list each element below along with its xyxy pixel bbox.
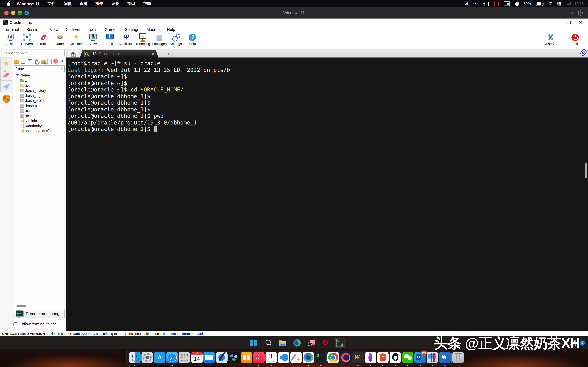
file-row[interactable]: .ssh [13,83,66,88]
mac-active-app-name[interactable]: Windows 11 [17,1,40,6]
pause-record-icon[interactable] [494,1,499,6]
taskbar-mobaxterm-button[interactable] [335,338,346,348]
taskbar-clock[interactable]: 10:15 2022-07-14 [559,339,576,347]
toolbar-tunneling-button[interactable]: Tunneling [134,33,151,46]
toolbar-packages-button[interactable]: Packages [151,33,167,46]
horizontal-scrollbar-thumb[interactable] [17,305,26,307]
sidebar-tools-button[interactable] [0,69,12,81]
control-center-icon[interactable] [557,2,561,6]
file-row[interactable]: .bash_profile [13,98,66,103]
battery-icon[interactable] [536,2,543,6]
vm-gear-icon[interactable] [578,10,583,16]
language-indicator[interactable]: ENG [533,341,540,345]
mac-menu-item[interactable]: 编辑 [64,1,71,6]
notification-badge[interactable]: 4 [580,340,585,345]
taskbar-g-app-button[interactable] [321,338,331,348]
terminal-scrollbar-thumb[interactable] [585,163,587,178]
window-maximize-button[interactable]: ❐ [567,20,571,25]
taskbar-start-button[interactable] [249,338,259,348]
menu-settings[interactable]: Settings [125,27,139,32]
dock-app-store-button[interactable] [154,352,165,366]
toolbar-help-button[interactable]: Help [184,33,201,46]
new-file-icon[interactable] [48,59,52,64]
toolbar-session-button[interactable]: Session [2,33,19,46]
file-row[interactable]: .cshrc [13,108,66,113]
apple-logo-icon[interactable] [7,1,11,6]
toolbar-sessions-button[interactable]: Sessions [68,33,85,46]
delete-icon[interactable] [53,59,59,64]
file-row[interactable]: .viminfo [13,118,66,123]
file-row[interactable]: anaconda-ks.cfg [13,128,66,133]
file-row[interactable]: .bashrc [13,103,66,108]
dock-finder-button[interactable] [129,352,141,366]
file-row[interactable]: .bash_logout [13,93,66,98]
toolbar-games-button[interactable]: Games [52,33,68,46]
tab-oracle-linux[interactable]: 18. Oracle Linux × [80,50,158,58]
window-close-button[interactable]: ✕ [579,20,582,25]
taskbar-database-tool-button[interactable] [306,338,317,348]
menu-sessions[interactable]: Sessions [26,27,43,32]
upload-icon[interactable] [27,59,33,64]
menu-terminal[interactable]: Terminal [4,27,19,32]
mac-menu-item[interactable]: 查看 [79,1,87,6]
toolbar-view-button[interactable]: View [85,33,101,46]
file-row[interactable]: .Xauthority [13,123,66,128]
dock-launchpad-button[interactable] [179,352,190,366]
window-minimize-button[interactable]: — [555,20,559,25]
dock-parallels-button[interactable] [427,352,438,366]
audio-toggle-icon[interactable] [473,2,478,6]
tree-collapse-icon[interactable] [16,74,19,76]
dock-books-button[interactable] [241,352,252,366]
dock-brave-button[interactable] [377,352,389,366]
dock-trash-button[interactable] [452,352,464,366]
remote-monitoring-button[interactable]: Remote monitoring [12,309,65,318]
coffee-cup-icon[interactable] [515,2,519,6]
dock-edge-button[interactable] [303,352,314,366]
menu-help[interactable]: Help [167,27,175,32]
toolbar-settings-button[interactable]: Settings [167,33,184,46]
terminal[interactable]: [root@oracle ~]# su - oracleLast login: … [66,58,588,331]
follow-terminal-checkbox[interactable] [13,322,17,326]
file-row[interactable]: .. [13,78,66,83]
dock-calendar-button[interactable]: 7月14 [191,352,203,366]
menu-games[interactable]: Games [104,27,117,32]
dock-terminal-button[interactable] [315,352,327,366]
menubar-clock[interactable]: 周四 10:15 [566,1,584,6]
dock-mail-button[interactable] [203,352,215,366]
chevron-down-icon[interactable]: ▼ [571,11,574,15]
menu-tools[interactable]: Tools [88,27,97,32]
dock-qq-button[interactable] [389,352,401,366]
mac-menu-item[interactable]: 文件 [48,1,56,6]
dock-developer-button[interactable] [228,352,240,366]
path-dropdown[interactable]: /root/ ▼ [14,66,65,72]
mac-menu-item[interactable]: 帮助 [143,1,151,6]
rename-icon[interactable] [60,59,64,64]
tab-home[interactable] [67,50,80,58]
volume-icon[interactable] [544,341,546,344]
quick-connect-input[interactable] [1,50,65,56]
file-row[interactable]: .bash_history [13,88,66,93]
tree-header[interactable]: Name [13,73,66,78]
file-row[interactable]: .tcshrc [13,113,66,118]
dock-word-button[interactable] [439,352,451,366]
dock-feather-button[interactable] [365,352,376,366]
dock-firefox-button[interactable] [340,352,351,366]
toolbar-multiexec-button[interactable]: MultiExec [118,33,134,46]
download-icon[interactable] [21,59,26,64]
toolbar-x-server-button[interactable]: X server [543,33,560,46]
sidebar-sessions-button[interactable]: ★ [0,58,12,69]
dock-xcode-button[interactable] [216,352,227,366]
sidebar-macros-button[interactable] [0,81,12,92]
battery-plug-icon[interactable] [550,341,555,344]
menu-view[interactable]: View [50,27,59,32]
menu-x-server[interactable]: X server [66,27,81,32]
tab-close-icon[interactable]: × [146,51,154,56]
mac-menu-item[interactable]: 窗口 [127,1,135,6]
taskbar-search-button[interactable] [263,338,274,348]
dock-safari-button[interactable] [166,352,178,366]
toolbar-servers-button[interactable]: Servers [19,33,35,46]
dock-music-button[interactable] [253,352,265,366]
dock-wechat-button[interactable] [402,352,414,366]
location-icon[interactable] [465,2,468,6]
mac-menu-item[interactable]: 操作 [95,1,103,6]
